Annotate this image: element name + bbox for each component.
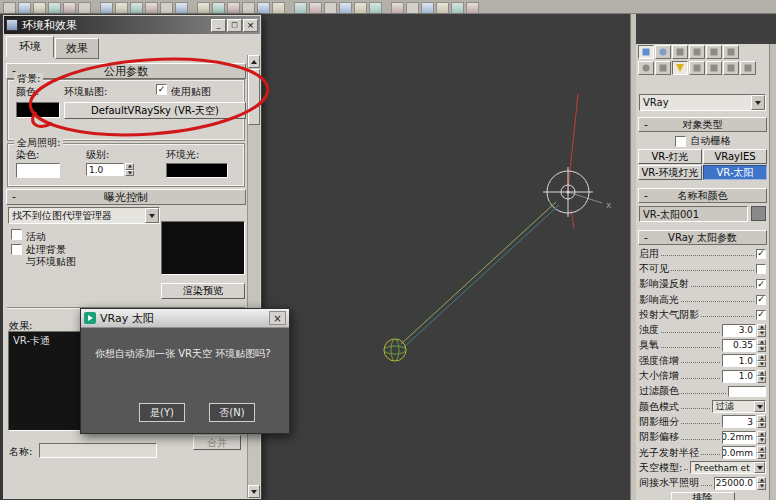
no-button[interactable]: 否(N)	[209, 403, 255, 422]
rollout-name-color[interactable]: 名称和颜色	[638, 188, 767, 203]
merge-button[interactable]: 合并	[193, 435, 241, 450]
redo-icon[interactable]	[18, 2, 31, 13]
object-color-swatch[interactable]	[751, 206, 766, 221]
select-manipulate-icon[interactable]	[227, 2, 240, 13]
pivot-center-icon[interactable]	[212, 2, 225, 13]
ambient-color-swatch[interactable]	[166, 163, 228, 178]
rollout-sun-params[interactable]: VRay 太阳参数	[638, 230, 767, 245]
effect-name-field[interactable]	[39, 443, 157, 458]
mirror-icon[interactable]	[324, 2, 337, 13]
yes-button[interactable]: 是(Y)	[139, 403, 185, 422]
autogrid-checkbox[interactable]	[675, 136, 686, 147]
tab-effects[interactable]: 效果	[55, 38, 99, 59]
exclude-button[interactable]: 排除	[671, 492, 735, 500]
create-tab-icon[interactable]	[638, 45, 654, 59]
vray-ambient-light-button[interactable]: VR-环境灯光	[638, 165, 702, 180]
minimize-button[interactable]	[211, 19, 226, 32]
render-production-icon[interactable]	[451, 2, 464, 13]
tint-color-swatch[interactable]	[16, 163, 60, 178]
param-checkbox[interactable]: ✓	[756, 279, 766, 289]
bind-spacewarp-icon[interactable]	[63, 2, 76, 13]
ref-coordinate-icon[interactable]	[197, 2, 210, 13]
cameras-icon[interactable]	[689, 61, 705, 75]
sun-target-gizmo[interactable]	[384, 339, 406, 361]
scroll-up-icon[interactable]	[248, 55, 260, 68]
select-object-icon[interactable]	[78, 2, 91, 13]
object-name-field[interactable]: VR-太阳001	[639, 206, 748, 222]
param-spinner[interactable]: 1.0	[722, 370, 766, 383]
link-icon[interactable]	[33, 2, 46, 13]
spacewarps-icon[interactable]	[723, 61, 739, 75]
tab-environment[interactable]: 环境	[6, 36, 54, 58]
scale-icon[interactable]	[175, 2, 188, 13]
prompt-titlebar[interactable]: VRay 太阳	[81, 309, 289, 328]
rollout-exposure-control[interactable]: 曝光控制	[6, 189, 246, 205]
param-checkbox[interactable]: ✓	[756, 249, 766, 259]
angle-snap-icon[interactable]	[257, 2, 270, 13]
rotate-icon[interactable]	[160, 2, 173, 13]
display-tab-icon[interactable]	[706, 45, 722, 59]
active-checkbox[interactable]	[11, 229, 22, 240]
filter-color-swatch[interactable]	[728, 386, 766, 397]
color-mode-dropdown[interactable]: 过滤	[712, 400, 766, 413]
layer-manager-icon[interactable]	[354, 2, 367, 13]
background-color-swatch[interactable]	[16, 102, 60, 118]
modify-tab-icon[interactable]	[655, 45, 671, 59]
rectangle-region-icon[interactable]	[115, 2, 128, 13]
dialog-titlebar[interactable]: 环境和效果	[4, 16, 260, 34]
exposure-type-dropdown[interactable]: 找不到位图代理管理器	[8, 207, 160, 224]
param-spinner[interactable]: 0.35	[722, 339, 766, 352]
shapes-icon[interactable]	[655, 61, 671, 75]
percent-snap-icon[interactable]	[272, 2, 285, 13]
spinner-snap-icon[interactable]	[294, 2, 307, 13]
panel-scrollbar[interactable]	[769, 44, 776, 500]
param-checkbox[interactable]	[756, 264, 766, 274]
maximize-button[interactable]	[227, 19, 242, 32]
level-spinner[interactable]: 1.0	[86, 163, 134, 176]
light-type-dropdown[interactable]: VRay	[639, 94, 766, 111]
rollout-object-type[interactable]: 对象类型	[638, 117, 767, 132]
align-icon[interactable]	[339, 2, 352, 13]
vray-ies-button[interactable]: VRayIES	[703, 149, 767, 164]
vray-light-button[interactable]: VR-灯光	[638, 149, 702, 164]
param-spinner[interactable]: 0.2mm	[722, 431, 766, 444]
select-by-name-icon[interactable]	[100, 2, 113, 13]
param-spinner[interactable]: 3.0	[722, 324, 766, 337]
material-editor-icon[interactable]	[391, 2, 404, 13]
move-icon[interactable]	[145, 2, 158, 13]
undo-icon[interactable]	[3, 2, 16, 13]
perspective-viewport[interactable]: x	[262, 14, 630, 500]
param-spinner[interactable]: 25000.0	[714, 477, 766, 490]
named-sets-icon[interactable]	[309, 2, 322, 13]
param-spinner[interactable]: 1.0	[722, 354, 766, 367]
process-background-checkbox[interactable]	[11, 244, 22, 255]
viewport-canvas[interactable]: x	[262, 14, 630, 500]
environment-map-button[interactable]: DefaultVRaySky (VR-天空)	[64, 102, 246, 119]
lights-icon[interactable]	[672, 61, 688, 75]
param-spinner[interactable]: 50.0mm	[722, 446, 766, 459]
scrollbar-thumb[interactable]	[248, 69, 260, 125]
graph-editor-icon[interactable]	[369, 2, 382, 13]
hierarchy-tab-icon[interactable]	[672, 45, 688, 59]
vray-sun-gizmo[interactable]: x	[398, 94, 612, 347]
motion-tab-icon[interactable]	[689, 45, 705, 59]
param-spinner[interactable]: 3	[722, 415, 766, 428]
utilities-tab-icon[interactable]	[723, 45, 739, 59]
close-icon[interactable]	[269, 311, 286, 325]
unlink-icon[interactable]	[48, 2, 61, 13]
vray-sun-button[interactable]: VR-太阳	[703, 165, 767, 180]
close-button[interactable]	[243, 19, 258, 32]
crossing-selection-icon[interactable]	[130, 2, 143, 13]
snap-toggle-icon[interactable]	[242, 2, 255, 13]
render-setup-icon[interactable]	[406, 2, 419, 13]
render-preview-button[interactable]: 渲染预览	[161, 283, 245, 299]
sky-model-dropdown[interactable]: Preetham et	[690, 461, 766, 474]
systems-icon[interactable]	[740, 61, 756, 75]
use-map-checkbox[interactable]: ✓	[156, 84, 167, 95]
rendered-frame-icon[interactable]	[421, 2, 434, 13]
help-icon[interactable]	[466, 2, 479, 13]
param-checkbox[interactable]: ✓	[756, 295, 766, 305]
param-checkbox[interactable]: ✓	[756, 310, 766, 320]
list-item[interactable]: VR-卡通	[13, 335, 50, 346]
geometry-icon[interactable]	[638, 61, 654, 75]
